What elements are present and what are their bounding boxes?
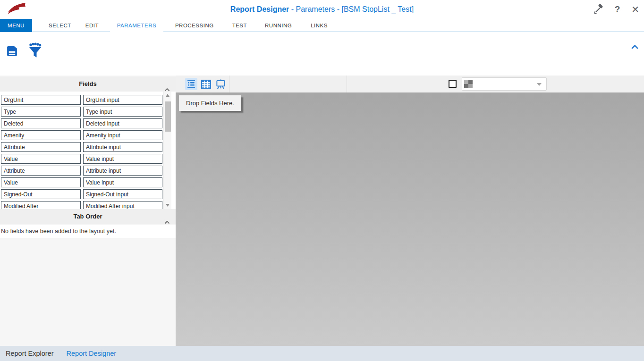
filter-icon[interactable]	[27, 42, 42, 60]
field-box[interactable]: Modified After	[1, 201, 81, 209]
field-box[interactable]: Type	[1, 107, 81, 117]
fields-scrollbar[interactable]	[163, 92, 171, 209]
pin-icon[interactable]	[593, 4, 603, 15]
field-input-box[interactable]: Deleted input	[83, 118, 162, 128]
tab-order-empty-message: No fields have been added to the layout …	[0, 225, 176, 238]
fields-panel-header: Fields	[0, 76, 176, 92]
fields-panel-title: Fields	[79, 80, 97, 87]
fields-list: OrgUnit OrgUnit input Type Type input De…	[0, 92, 176, 209]
help-icon[interactable]: ?	[615, 4, 620, 15]
field-input-box[interactable]: Modified After input	[83, 201, 162, 209]
parameters-toolbar	[0, 32, 644, 76]
toolbar-divider	[347, 76, 347, 92]
scrollbar-thumb[interactable]	[165, 101, 171, 132]
field-input-box[interactable]: Attribute input	[83, 142, 162, 152]
scroll-up-icon[interactable]	[166, 94, 169, 97]
field-box[interactable]: Value	[1, 177, 81, 187]
field-box[interactable]: Deleted	[1, 118, 81, 128]
style-checkbox[interactable]	[449, 80, 457, 88]
field-box[interactable]: Amenity	[1, 130, 81, 140]
view-toggle-group	[185, 78, 227, 90]
footer-tab-report-explorer[interactable]: Report Explorer	[6, 350, 54, 357]
close-icon[interactable]: ✕	[631, 4, 639, 15]
field-box[interactable]: Attribute	[1, 142, 81, 152]
tab-links[interactable]: LINKS	[311, 19, 328, 32]
tab-menu[interactable]: MENU	[0, 19, 32, 32]
app-header: Report Designer - Parameters - [BSM Stop…	[0, 0, 644, 19]
left-panel: Fields OrgUnit OrgUnit input Type Type i…	[0, 76, 176, 346]
field-input-box[interactable]: Value input	[83, 154, 162, 164]
presentation-view-icon[interactable]	[214, 78, 227, 90]
style-dropdown[interactable]	[462, 77, 547, 91]
field-box[interactable]: Attribute	[1, 166, 81, 176]
footer-tab-report-designer[interactable]: Report Designer	[67, 350, 117, 357]
tab-processing[interactable]: PROCESSING	[175, 19, 214, 32]
table-view-icon[interactable]	[200, 78, 212, 90]
header-actions: ? ✕	[593, 0, 639, 19]
field-input-box[interactable]: OrgUnit input	[83, 95, 162, 105]
tab-select[interactable]: SELECT	[49, 19, 71, 32]
field-input-box[interactable]: Amenity input	[83, 130, 162, 140]
field-box[interactable]: Value	[1, 154, 81, 164]
page-title-app: Report Designer	[230, 5, 289, 13]
field-input-box[interactable]: Type input	[83, 107, 162, 117]
dropdown-arrow-icon	[537, 83, 542, 86]
bottom-tabbar: Report Explorer Report Designer	[0, 346, 644, 361]
tab-test[interactable]: TEST	[232, 19, 247, 32]
main-tabbar: MENU SELECT EDIT PARAMETERS PROCESSING T…	[0, 19, 644, 32]
drop-fields-hint[interactable]: Drop Fields Here.	[179, 95, 241, 111]
scroll-down-icon[interactable]	[166, 204, 169, 207]
color-swatch-icon	[464, 80, 473, 88]
toolbar-collapse-chevron-icon[interactable]	[631, 42, 638, 51]
tab-order-panel-header: Tab Order	[0, 209, 176, 224]
tab-parameters[interactable]: PARAMETERS	[110, 19, 163, 34]
design-canvas[interactable]: Drop Fields Here.	[176, 92, 644, 346]
tab-edit[interactable]: EDIT	[85, 19, 99, 32]
designer-toolbar	[176, 76, 644, 92]
tab-order-panel-title: Tab Order	[73, 213, 102, 220]
field-box[interactable]: OrgUnit	[1, 95, 81, 105]
field-input-box[interactable]: Value input	[83, 177, 162, 187]
toolbar-divider	[229, 76, 229, 92]
save-icon[interactable]	[6, 45, 18, 59]
list-view-icon[interactable]	[185, 78, 197, 90]
field-input-box[interactable]: Attribute input	[83, 166, 162, 176]
page-title: Report Designer - Parameters - [BSM Stop…	[0, 0, 644, 19]
page-title-context: - Parameters - [BSM StopList _ Test]	[289, 5, 414, 13]
tab-running[interactable]: RUNNING	[265, 19, 292, 32]
field-input-box[interactable]: Signed-Out input	[83, 189, 162, 199]
field-box[interactable]: Signed-Out	[1, 189, 81, 199]
